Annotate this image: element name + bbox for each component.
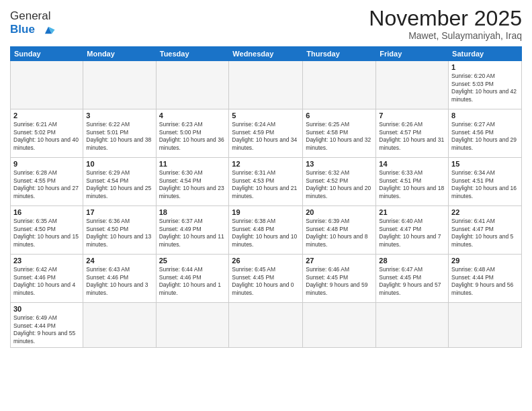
day-info: Sunrise: 6:31 AM Sunset: 4:53 PM Dayligh… xyxy=(232,169,300,200)
calendar-cell xyxy=(229,61,303,109)
calendar-cell: 5Sunrise: 6:24 AM Sunset: 4:59 PM Daylig… xyxy=(229,109,303,158)
day-number: 25 xyxy=(159,257,226,265)
day-number: 6 xyxy=(306,111,373,120)
weekday-header-thursday: Thursday xyxy=(303,47,376,61)
calendar-cell: 26Sunrise: 6:45 AM Sunset: 4:45 PM Dayli… xyxy=(229,255,303,303)
day-number: 27 xyxy=(306,257,373,265)
day-info: Sunrise: 6:32 AM Sunset: 4:52 PM Dayligh… xyxy=(306,169,373,200)
calendar-cell: 14Sunrise: 6:33 AM Sunset: 4:51 PM Dayli… xyxy=(376,158,449,206)
calendar-cell xyxy=(449,303,522,348)
day-number: 10 xyxy=(86,160,152,168)
calendar-cell: 3Sunrise: 6:22 AM Sunset: 5:01 PM Daylig… xyxy=(83,109,156,158)
day-info: Sunrise: 6:45 AM Sunset: 4:45 PM Dayligh… xyxy=(232,266,300,297)
day-number: 4 xyxy=(159,111,226,120)
calendar-cell: 12Sunrise: 6:31 AM Sunset: 4:53 PM Dayli… xyxy=(229,158,303,206)
weekday-header-wednesday: Wednesday xyxy=(229,47,303,61)
calendar-cell xyxy=(83,61,156,109)
calendar-cell: 19Sunrise: 6:38 AM Sunset: 4:48 PM Dayli… xyxy=(229,206,303,255)
calendar-cell: 28Sunrise: 6:47 AM Sunset: 4:45 PM Dayli… xyxy=(376,255,449,303)
day-number: 11 xyxy=(159,160,226,168)
weekday-header-saturday: Saturday xyxy=(449,47,522,61)
calendar-cell: 4Sunrise: 6:23 AM Sunset: 5:00 PM Daylig… xyxy=(156,109,229,158)
day-number: 2 xyxy=(13,111,80,120)
calendar-cell: 21Sunrise: 6:40 AM Sunset: 4:47 PM Dayli… xyxy=(376,206,449,255)
page-header: General Blue November 2025 Mawet, Sulaym… xyxy=(10,7,522,41)
calendar-cell: 6Sunrise: 6:25 AM Sunset: 4:58 PM Daylig… xyxy=(303,109,376,158)
calendar-cell: 2Sunrise: 6:21 AM Sunset: 5:02 PM Daylig… xyxy=(11,109,83,158)
calendar-cell: 27Sunrise: 6:46 AM Sunset: 4:45 PM Dayli… xyxy=(303,255,376,303)
calendar: SundayMondayTuesdayWednesdayThursdayFrid… xyxy=(10,46,522,348)
calendar-cell: 20Sunrise: 6:39 AM Sunset: 4:48 PM Dayli… xyxy=(303,206,376,255)
day-info: Sunrise: 6:46 AM Sunset: 4:45 PM Dayligh… xyxy=(306,266,373,297)
day-info: Sunrise: 6:48 AM Sunset: 4:44 PM Dayligh… xyxy=(451,266,519,297)
day-number: 23 xyxy=(13,257,80,265)
calendar-cell: 22Sunrise: 6:41 AM Sunset: 4:47 PM Dayli… xyxy=(449,206,522,255)
location: Mawet, Sulaymaniyah, Iraq xyxy=(369,30,522,41)
day-info: Sunrise: 6:21 AM Sunset: 5:02 PM Dayligh… xyxy=(13,121,80,152)
day-number: 17 xyxy=(86,208,152,216)
calendar-cell xyxy=(303,303,376,348)
day-info: Sunrise: 6:35 AM Sunset: 4:50 PM Dayligh… xyxy=(13,218,80,248)
day-number: 28 xyxy=(379,257,445,265)
calendar-cell xyxy=(156,303,229,348)
day-number: 8 xyxy=(451,111,519,120)
calendar-cell: 23Sunrise: 6:42 AM Sunset: 4:46 PM Dayli… xyxy=(11,255,83,303)
calendar-cell: 10Sunrise: 6:29 AM Sunset: 4:54 PM Dayli… xyxy=(83,158,156,206)
day-info: Sunrise: 6:39 AM Sunset: 4:48 PM Dayligh… xyxy=(306,218,373,248)
day-info: Sunrise: 6:44 AM Sunset: 4:46 PM Dayligh… xyxy=(159,266,226,297)
day-info: Sunrise: 6:20 AM Sunset: 5:03 PM Dayligh… xyxy=(451,73,519,103)
day-number: 3 xyxy=(86,111,152,120)
day-info: Sunrise: 6:38 AM Sunset: 4:48 PM Dayligh… xyxy=(232,218,300,248)
calendar-cell: 1Sunrise: 6:20 AM Sunset: 5:03 PM Daylig… xyxy=(449,61,522,109)
calendar-cell: 8Sunrise: 6:27 AM Sunset: 4:56 PM Daylig… xyxy=(449,109,522,158)
calendar-cell xyxy=(229,303,303,348)
calendar-cell xyxy=(376,303,449,348)
day-number: 30 xyxy=(13,305,80,313)
calendar-cell: 15Sunrise: 6:34 AM Sunset: 4:51 PM Dayli… xyxy=(449,158,522,206)
calendar-cell: 7Sunrise: 6:26 AM Sunset: 4:57 PM Daylig… xyxy=(376,109,449,158)
weekday-header-friday: Friday xyxy=(376,47,449,61)
calendar-cell xyxy=(376,61,449,109)
day-number: 7 xyxy=(379,111,445,120)
calendar-cell xyxy=(83,303,156,348)
day-number: 29 xyxy=(451,257,519,265)
calendar-cell xyxy=(156,61,229,109)
calendar-cell: 9Sunrise: 6:28 AM Sunset: 4:55 PM Daylig… xyxy=(11,158,83,206)
day-info: Sunrise: 6:41 AM Sunset: 4:47 PM Dayligh… xyxy=(451,218,519,248)
day-info: Sunrise: 6:28 AM Sunset: 4:55 PM Dayligh… xyxy=(13,169,80,200)
day-number: 22 xyxy=(451,208,519,216)
day-info: Sunrise: 6:25 AM Sunset: 4:58 PM Dayligh… xyxy=(306,121,373,152)
calendar-cell xyxy=(11,61,83,109)
calendar-cell: 11Sunrise: 6:30 AM Sunset: 4:54 PM Dayli… xyxy=(156,158,229,206)
calendar-cell xyxy=(303,61,376,109)
calendar-cell: 30Sunrise: 6:49 AM Sunset: 4:44 PM Dayli… xyxy=(11,303,83,348)
day-number: 5 xyxy=(232,111,300,120)
month-title: November 2025 xyxy=(369,7,522,30)
day-number: 14 xyxy=(379,160,445,168)
day-number: 16 xyxy=(13,208,80,216)
day-info: Sunrise: 6:36 AM Sunset: 4:50 PM Dayligh… xyxy=(86,218,152,248)
day-number: 21 xyxy=(379,208,445,216)
day-number: 26 xyxy=(232,257,300,265)
day-info: Sunrise: 6:37 AM Sunset: 4:49 PM Dayligh… xyxy=(159,218,226,248)
logo-icon xyxy=(41,23,56,38)
day-number: 13 xyxy=(306,160,373,168)
day-info: Sunrise: 6:30 AM Sunset: 4:54 PM Dayligh… xyxy=(159,169,226,200)
day-info: Sunrise: 6:42 AM Sunset: 4:46 PM Dayligh… xyxy=(13,266,80,297)
calendar-cell: 17Sunrise: 6:36 AM Sunset: 4:50 PM Dayli… xyxy=(83,206,156,255)
weekday-header-tuesday: Tuesday xyxy=(156,47,229,61)
day-number: 24 xyxy=(86,257,152,265)
weekday-header-sunday: Sunday xyxy=(11,47,83,61)
day-info: Sunrise: 6:22 AM Sunset: 5:01 PM Dayligh… xyxy=(86,121,152,152)
day-number: 9 xyxy=(13,160,80,168)
day-number: 18 xyxy=(159,208,226,216)
day-info: Sunrise: 6:24 AM Sunset: 4:59 PM Dayligh… xyxy=(232,121,300,152)
day-number: 15 xyxy=(451,160,519,168)
day-info: Sunrise: 6:34 AM Sunset: 4:51 PM Dayligh… xyxy=(451,169,519,200)
weekday-header-monday: Monday xyxy=(83,47,156,61)
day-number: 20 xyxy=(306,208,373,216)
day-number: 12 xyxy=(232,160,300,168)
day-info: Sunrise: 6:23 AM Sunset: 5:00 PM Dayligh… xyxy=(159,121,226,152)
day-info: Sunrise: 6:27 AM Sunset: 4:56 PM Dayligh… xyxy=(451,121,519,152)
day-number: 1 xyxy=(451,63,519,71)
